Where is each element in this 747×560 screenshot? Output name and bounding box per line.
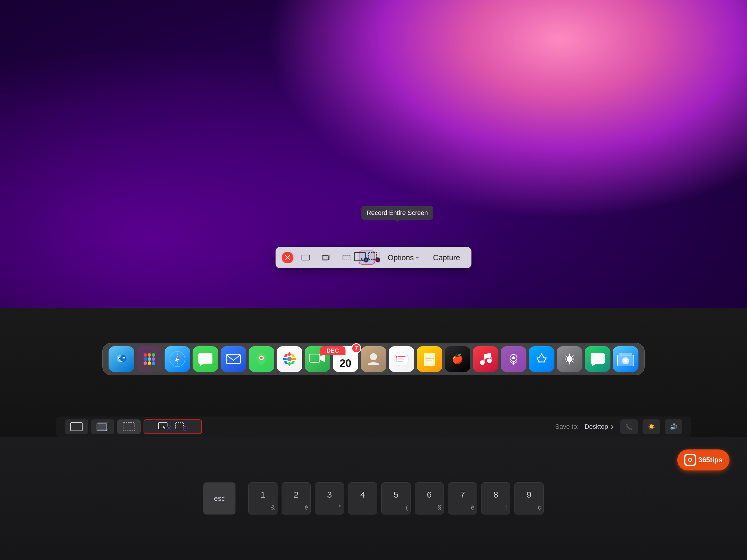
- svg-point-53: [396, 361, 397, 362]
- touch-bar-capture-full[interactable]: [65, 420, 88, 434]
- key-6[interactable]: 6 §: [415, 482, 444, 514]
- tb-capture-full-icon: [70, 422, 83, 431]
- svg-point-34: [260, 357, 263, 359]
- calendar-date: 20: [340, 357, 351, 370]
- touch-bar-capture-selection[interactable]: [117, 420, 140, 434]
- dock-system-preferences[interactable]: [557, 346, 583, 372]
- svg-point-24: [148, 362, 151, 365]
- keyboard-row: esc 1 & 2 é 3 " 4 ' 5 ( 6: [203, 482, 544, 514]
- whatsapp-icon: [589, 351, 606, 367]
- touch-bar-capture-window[interactable]: [91, 420, 114, 434]
- finder-icon: [113, 350, 130, 368]
- svg-rect-54: [424, 353, 435, 366]
- key-3[interactable]: 3 ": [315, 482, 344, 514]
- appletv-icon: 🍎: [449, 351, 466, 367]
- dock-mail[interactable]: [221, 346, 246, 372]
- maps-icon: [253, 350, 270, 368]
- dock-safari[interactable]: [164, 346, 190, 372]
- dock-whatsapp[interactable]: [585, 346, 611, 372]
- close-button[interactable]: [282, 252, 293, 263]
- svg-rect-74: [97, 424, 107, 431]
- capture-full-screen-icon: [302, 254, 310, 262]
- touch-bar-controls: 📞 ☀️ 🔊: [620, 420, 682, 434]
- dock-calendar[interactable]: DEC 7 20: [333, 346, 358, 372]
- dock-photos-library[interactable]: [613, 346, 639, 372]
- key-8[interactable]: 8 !: [481, 482, 510, 514]
- photos-library-icon: [617, 351, 634, 367]
- music-icon: [478, 351, 493, 367]
- capture-window-button[interactable]: [318, 250, 334, 265]
- svg-point-9: [377, 259, 379, 261]
- esc-key[interactable]: esc: [203, 482, 235, 514]
- svg-point-18: [148, 353, 151, 357]
- dock-contacts[interactable]: [361, 346, 386, 372]
- touch-bar-save-label: Save to:: [555, 423, 579, 430]
- svg-point-52: [396, 358, 397, 360]
- touch-bar-volume[interactable]: 🔊: [665, 420, 682, 434]
- touch-bar-brightness[interactable]: ☀️: [643, 420, 660, 434]
- record-entire-screen-button[interactable]: [354, 250, 369, 265]
- svg-rect-76: [158, 423, 167, 429]
- record-entire-screen-group: [359, 250, 375, 265]
- dock: DEC 7 20 🍎: [102, 343, 645, 375]
- record-entire-screen-icon: [354, 252, 369, 263]
- touch-bar-record-screen[interactable]: [158, 422, 171, 431]
- safari-icon: [169, 350, 186, 368]
- svg-point-38: [283, 358, 287, 360]
- key-1[interactable]: 1 &: [248, 482, 278, 514]
- dock-reminders[interactable]: [389, 346, 414, 372]
- dock-photos[interactable]: [277, 346, 302, 372]
- dock-appstore[interactable]: [529, 346, 555, 372]
- calendar-month: DEC: [320, 346, 345, 355]
- toolbar-divider: [379, 252, 379, 263]
- dock-messages[interactable]: [192, 346, 218, 372]
- svg-rect-3: [343, 255, 350, 260]
- badge-365tips[interactable]: O 365tips: [677, 450, 729, 471]
- messages-icon: [197, 351, 213, 367]
- touch-bar-chevron-icon: [610, 424, 615, 430]
- launchpad-icon: [141, 351, 158, 367]
- keyboard: esc 1 & 2 é 3 " 4 ' 5 ( 6: [0, 437, 747, 560]
- dock-maps[interactable]: [249, 346, 274, 372]
- touch-bar-record-group: [144, 420, 202, 434]
- capture-button[interactable]: Capture: [428, 251, 465, 265]
- key-4[interactable]: 4 ': [348, 482, 377, 514]
- capture-window-icon: [322, 254, 330, 262]
- dock-notes[interactable]: [417, 346, 442, 372]
- touch-bar-phone[interactable]: 📞: [620, 420, 638, 434]
- svg-point-42: [284, 361, 288, 365]
- options-button[interactable]: Options: [383, 251, 424, 265]
- svg-point-39: [292, 358, 296, 360]
- system-preferences-icon: [561, 351, 578, 367]
- key-9[interactable]: 9 ç: [514, 482, 544, 514]
- svg-point-64: [512, 356, 515, 359]
- tb-capture-selection-icon: [123, 422, 135, 431]
- key-5[interactable]: 5 (: [381, 482, 411, 514]
- touch-bar-record-selection[interactable]: [175, 422, 188, 431]
- svg-point-81: [184, 428, 186, 429]
- podcasts-icon: [506, 351, 522, 367]
- touch-bar-left: [65, 420, 202, 434]
- dock-launchpad[interactable]: [136, 346, 162, 372]
- close-icon: [283, 254, 291, 262]
- svg-text:O: O: [688, 457, 692, 463]
- dock-music[interactable]: [473, 346, 498, 372]
- 365tips-icon: O: [684, 454, 696, 466]
- contacts-icon: [366, 351, 381, 367]
- dock-appletv[interactable]: 🍎: [445, 346, 470, 372]
- record-selection-button[interactable]: [368, 250, 380, 265]
- capture-selection-button[interactable]: [338, 250, 355, 265]
- svg-point-36: [288, 352, 291, 356]
- capture-selection-icon: [342, 254, 351, 262]
- svg-point-67: [567, 356, 572, 362]
- dock-finder[interactable]: [108, 346, 134, 372]
- appstore-icon: [534, 351, 550, 367]
- svg-point-51: [396, 356, 397, 357]
- dock-podcasts[interactable]: [501, 346, 526, 372]
- capture-full-screen-button[interactable]: [297, 250, 314, 265]
- touch-bar-save-value[interactable]: Desktop: [585, 423, 615, 430]
- key-2[interactable]: 2 é: [282, 482, 311, 514]
- svg-point-22: [152, 357, 155, 361]
- key-7[interactable]: 7 è: [448, 482, 477, 514]
- svg-point-19: [152, 353, 155, 357]
